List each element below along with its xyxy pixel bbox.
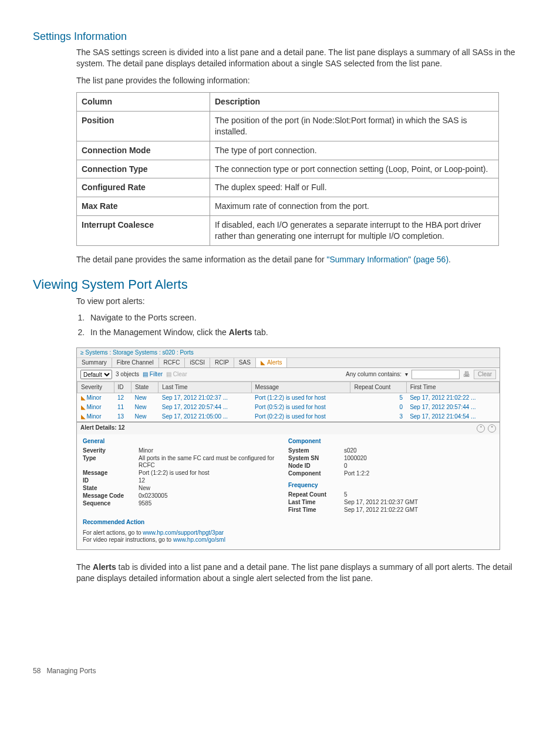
collapse-icon[interactable]: ˆ: [477, 424, 485, 433]
view-select[interactable]: Default: [80, 370, 112, 379]
cell-desc: The type of port connection.: [210, 141, 499, 160]
col-severity[interactable]: Severity: [77, 382, 114, 393]
cell-desc: If disabled, each I/O generates a separa…: [210, 216, 499, 246]
cell-col: Interrupt Coalesce: [77, 216, 210, 246]
toolbar: Default 3 objects ▤ Filter ▤ Clear Any c…: [77, 368, 500, 382]
col-repeat-count[interactable]: Repeat Count: [350, 382, 406, 393]
alert-icon: ◣: [261, 359, 265, 366]
heading-viewing-alerts: Viewing System Port Alerts: [33, 276, 527, 293]
alert-details-title: Alert Details: 12: [80, 424, 125, 433]
table-row: Interrupt CoalesceIf disabled, each I/O …: [77, 216, 499, 246]
id-label: ID: [83, 477, 139, 484]
rec-link-2[interactable]: www.hp.com/go/sml: [173, 536, 225, 543]
cell-col: Position: [77, 111, 210, 141]
state-label: State: [83, 485, 139, 492]
sequence-value: 9585: [139, 500, 288, 507]
after-shot-a: The: [76, 562, 93, 572]
after-shot-paragraph: The Alerts tab is divided into a list pa…: [76, 562, 527, 584]
footer-section: Managing Ports: [46, 667, 96, 675]
msgcode-label: Message Code: [83, 492, 139, 499]
system-sn-value: 1000020: [344, 455, 494, 462]
first-time-value: Sep 17, 2012 21:02:22 GMT: [344, 507, 494, 514]
table-row: Connection TypeThe connection type or po…: [77, 160, 499, 178]
detail-pane-text-a: The detail pane provides the same inform…: [76, 255, 326, 264]
component-title: Component: [288, 438, 494, 445]
severity-icon: ◣: [81, 394, 86, 401]
tab-iscsi[interactable]: iSCSI: [185, 358, 210, 367]
filter-link[interactable]: ▤ Filter: [143, 371, 163, 378]
step-2: In the Management Window, click the Aler…: [87, 327, 527, 338]
alert-row[interactable]: ◣Minor 11NewSep 17, 2012 20:57:44 ...Por…: [77, 403, 500, 412]
settings-paragraph-1: The SAS settings screen is divided into …: [76, 47, 527, 69]
alert-details-body: General SeverityMinor TypeAll ports in t…: [77, 434, 500, 517]
last-time-label: Last Time: [288, 499, 344, 506]
cell-col: Configured Rate: [77, 178, 210, 197]
col-id[interactable]: ID: [114, 382, 131, 393]
last-time-value: Sep 17, 2012 21:02:37 GMT: [344, 499, 494, 506]
alert-details-header: Alert Details: 12 ˆ ˇ: [77, 421, 500, 434]
repeat-count-label: Repeat Count: [288, 491, 344, 498]
system-label: System: [288, 447, 344, 454]
heading-settings-info: Settings Information: [33, 29, 527, 43]
system-value: s020: [344, 447, 494, 454]
clear-button[interactable]: Clear: [474, 370, 496, 379]
alerts-screenshot: ≥ Systems : Storage Systems : s020 : Por…: [76, 347, 500, 550]
tab-alerts[interactable]: ◣Alerts: [256, 358, 288, 367]
clear-link-1: ▤ Clear: [166, 371, 187, 378]
step2-b: Alerts: [229, 328, 252, 337]
summary-info-link[interactable]: "Summary Information" (page 56): [326, 255, 448, 264]
severity-value: Minor: [139, 447, 288, 454]
settings-paragraph-2: The list pane provides the following inf…: [76, 75, 527, 86]
repeat-count-value: 5: [344, 491, 494, 498]
cell-desc: The connection type or port connection s…: [210, 160, 499, 178]
table-row: Max RateMaximum rate of connection from …: [77, 197, 499, 216]
message-value: Port (1:2:2) is used for host: [139, 470, 288, 477]
search-input[interactable]: [411, 370, 460, 379]
rec-action-line2: For video repair instructions, go to www…: [83, 536, 494, 544]
col-message[interactable]: Message: [251, 382, 350, 393]
any-column-label: Any column contains:: [346, 371, 402, 378]
component-freq-column: Component Systems020 System SN1000020 No…: [288, 438, 494, 514]
tab-bar: Summary Fibre Channel RCFC iSCSI RCIP SA…: [77, 358, 500, 368]
cell-desc: The position of the port (in Node:Slot:P…: [210, 111, 499, 141]
type-value: All ports in the same FC card must be co…: [139, 455, 288, 469]
view-alerts-intro: To view port alerts:: [76, 296, 527, 307]
expand-icon[interactable]: ˇ: [488, 424, 496, 433]
msgcode-value: 0x0230005: [139, 492, 288, 499]
general-column: General SeverityMinor TypeAll ports in t…: [83, 438, 288, 514]
tab-rcip[interactable]: RCIP: [210, 358, 234, 367]
alert-row[interactable]: ◣Minor 13NewSep 17, 2012 21:05:00 ...Por…: [77, 412, 500, 421]
col-last-time[interactable]: Last Time: [158, 382, 251, 393]
print-icon[interactable]: 🖶: [463, 370, 470, 379]
severity-icon: ◣: [81, 404, 86, 410]
step2-c: tab.: [252, 328, 268, 337]
table-row: Configured RateThe duplex speed: Half or…: [77, 178, 499, 197]
frequency-title: Frequency: [288, 482, 494, 489]
detail-pane-text-b: .: [448, 255, 451, 264]
tab-sas[interactable]: SAS: [234, 358, 256, 367]
col-state[interactable]: State: [131, 382, 158, 393]
tab-rcfc[interactable]: RCFC: [159, 358, 185, 367]
cell-desc: Maximum rate of connection from the port…: [210, 197, 499, 216]
table-row: Connection ModeThe type of port connecti…: [77, 141, 499, 160]
step-1: Navigate to the Ports screen.: [87, 312, 527, 323]
node-id-label: Node ID: [288, 463, 344, 470]
cell-col: Connection Mode: [77, 141, 210, 160]
tab-summary[interactable]: Summary: [77, 358, 112, 367]
table-header-description: Description: [210, 92, 499, 111]
object-count: 3 objects: [116, 371, 139, 378]
rec-link-1[interactable]: www.hp.com/support/hpgt/3par: [143, 529, 224, 536]
recommended-action: Recommended Action For alert actions, go…: [77, 517, 500, 549]
component-label: Component: [288, 470, 344, 477]
cell-col: Max Rate: [77, 197, 210, 216]
tab-fibre-channel[interactable]: Fibre Channel: [112, 358, 159, 367]
node-id-value: 0: [344, 463, 494, 470]
detail-pane-note: The detail pane provides the same inform…: [76, 254, 527, 265]
col-first-time[interactable]: First Time: [406, 382, 499, 393]
dropdown-icon[interactable]: ▾: [405, 371, 408, 378]
system-sn-label: System SN: [288, 455, 344, 462]
alert-row[interactable]: ◣Minor 12NewSep 17, 2012 21:02:37 ...Por…: [77, 393, 500, 403]
alerts-header-row: Severity ID State Last Time Message Repe…: [77, 382, 500, 393]
after-shot-b: Alerts: [93, 562, 116, 572]
rec-action-line1: For alert actions, go to www.hp.com/supp…: [83, 529, 494, 536]
